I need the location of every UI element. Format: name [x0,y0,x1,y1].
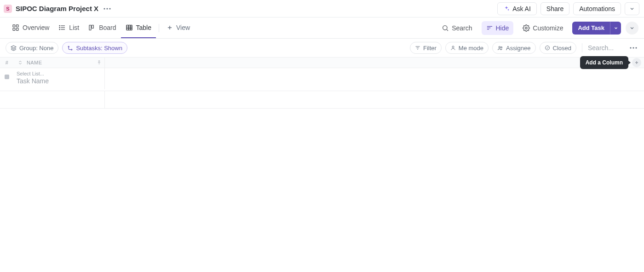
tab-board[interactable]: Board [84,17,121,38]
svg-point-0 [104,8,105,9]
svg-point-39 [632,47,634,48]
tab-list[interactable]: List [54,17,84,38]
subtasks-chip-label: Subtasks: Shown [76,45,122,52]
add-view-label: View [176,24,190,31]
new-task-row: Select List... [0,68,644,91]
filter-icon [415,45,420,51]
svg-point-1 [106,8,108,9]
svg-point-27 [525,27,527,29]
tab-list-label: List [69,24,79,31]
share-button[interactable]: Share [540,2,569,15]
svg-rect-3 [13,25,15,27]
gear-icon [523,24,530,32]
add-task-split-button: Add Task [572,22,621,35]
svg-point-10 [59,25,60,26]
column-index: # [0,60,14,65]
tab-table-label: Table [136,24,151,31]
share-label: Share [546,5,564,12]
column-name[interactable]: NAME [14,58,105,68]
customize-label: Customize [533,24,563,32]
column-name-label: NAME [27,60,42,65]
plus-icon [167,24,173,31]
svg-point-35 [499,46,500,47]
add-column-button[interactable] [632,58,641,67]
table-icon [126,24,133,31]
ask-ai-button[interactable]: Ask AI [497,2,537,15]
tab-table[interactable]: Table [121,17,156,38]
svg-point-29 [69,46,69,47]
ellipsis-icon [104,8,111,10]
add-column-tooltip: Add a Column [580,56,628,69]
task-name-input[interactable] [17,77,102,85]
svg-rect-44 [5,75,9,79]
more-options-button[interactable] [102,4,112,14]
search-label: Search [452,24,472,32]
svg-marker-28 [11,46,16,48]
tab-board-label: Board [99,24,116,31]
subtasks-chip[interactable]: Subtasks: Shown [62,42,127,54]
svg-line-23 [447,29,448,31]
svg-rect-14 [92,25,93,28]
search-button[interactable]: Search [437,21,477,35]
sliders-icon [486,24,493,31]
subtasks-icon [67,45,73,51]
tab-overview[interactable]: Overview [7,17,54,38]
group-chip[interactable]: Group: None [6,42,58,54]
assignee-chip[interactable]: Assignee [492,42,535,54]
row-handle[interactable] [0,68,14,79]
layers-icon [11,45,17,51]
filter-chip[interactable]: Filter [410,42,442,54]
person-icon [450,45,456,51]
search-input[interactable] [588,44,625,52]
me-mode-chip[interactable]: Me mode [445,42,489,54]
expand-button[interactable] [625,2,639,15]
status-square-icon [5,75,9,79]
svg-rect-6 [16,28,18,30]
toolbar-more-button[interactable] [628,43,638,53]
closed-chip[interactable]: Closed [540,42,576,54]
collapse-toolbar-button[interactable] [626,22,638,35]
add-task-button[interactable]: Add Task [572,22,610,35]
svg-point-38 [630,47,631,48]
sparkle-icon [503,6,510,12]
empty-row [0,91,644,109]
people-icon [497,45,503,51]
svg-rect-15 [126,25,132,30]
table-header: # NAME Add a Column [0,57,644,68]
add-task-label: Add Task [578,24,604,31]
svg-point-22 [443,25,447,29]
automations-button[interactable]: Automations [573,2,621,15]
group-chip-label: Group: None [19,45,53,52]
svg-point-11 [59,27,60,28]
board-icon [88,24,96,31]
assignee-chip-label: Assignee [506,45,530,52]
svg-point-40 [635,47,637,48]
separator [159,24,159,32]
check-circle-icon [545,45,550,51]
separator [582,43,582,52]
chevron-down-icon [629,6,635,12]
svg-point-37 [545,46,549,50]
chevron-down-icon [629,25,635,31]
select-list-button[interactable]: Select List... [17,71,102,76]
svg-rect-5 [13,28,15,30]
hide-button[interactable]: Hide [482,21,514,35]
svg-point-36 [501,46,502,48]
page-title: SIPOC Diagram Project X [16,5,98,12]
closed-chip-label: Closed [553,45,571,52]
hide-label: Hide [496,24,509,32]
workspace-icon[interactable]: S [4,5,12,13]
add-view-button[interactable]: View [162,17,195,38]
pin-icon[interactable] [97,60,102,65]
chevron-down-icon [614,26,618,30]
svg-rect-4 [16,25,18,27]
svg-rect-13 [89,25,91,30]
svg-point-34 [452,46,454,48]
add-task-dropdown[interactable] [610,22,621,35]
expand-all-icon [17,60,23,65]
filter-chip-label: Filter [423,45,437,52]
svg-point-12 [59,29,60,29]
automations-label: Automations [579,5,615,12]
customize-button[interactable]: Customize [518,21,568,35]
ask-ai-label: Ask AI [512,5,531,12]
